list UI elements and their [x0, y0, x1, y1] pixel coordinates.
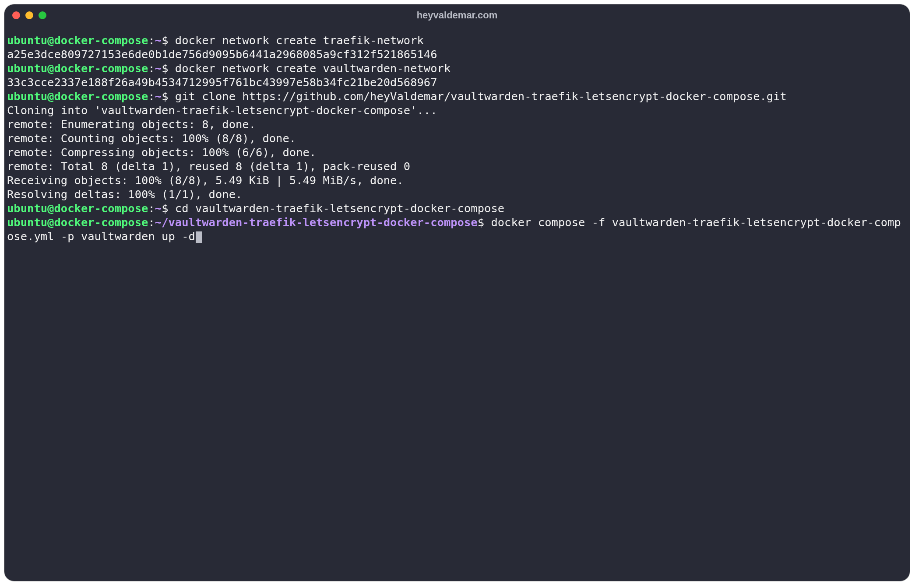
- terminal-window: heyvaldemar.com ubuntu@docker-compose:~$…: [4, 4, 910, 581]
- cmd-3: git clone https://github.com/heyValdemar…: [168, 90, 786, 103]
- output-1: a25e3dce809727153e6de0b1de756d9095b6441a…: [7, 48, 437, 61]
- window-controls: [12, 11, 46, 19]
- prompt-path: ~: [155, 34, 162, 47]
- prompt-dollar: $: [162, 62, 168, 75]
- prompt-dollar: $: [162, 90, 168, 103]
- window-title: heyvaldemar.com: [4, 10, 910, 21]
- prompt-path-deep: ~/vaultwarden-traefik-letsencrypt-docker…: [155, 216, 478, 229]
- prompt-path: ~: [155, 202, 162, 215]
- cmd-1: docker network create traefik-network: [168, 34, 423, 47]
- prompt-sep: :: [148, 62, 155, 75]
- prompt-sep: :: [148, 216, 155, 229]
- prompt-user: ubuntu@docker-compose: [7, 216, 148, 229]
- prompt-dollar: $: [162, 34, 168, 47]
- prompt-dollar: $: [162, 202, 168, 215]
- cursor-icon: [196, 231, 202, 243]
- titlebar: heyvaldemar.com: [4, 4, 910, 26]
- output-3b: remote: Enumerating objects: 8, done.: [7, 118, 256, 131]
- prompt-path: ~: [155, 90, 162, 103]
- output-3e: remote: Total 8 (delta 1), reused 8 (del…: [7, 160, 410, 173]
- output-2: 33c3cce2337e188f26a49b4534712995f761bc43…: [7, 76, 437, 89]
- prompt-user: ubuntu@docker-compose: [7, 62, 148, 75]
- terminal-body[interactable]: ubuntu@docker-compose:~$ docker network …: [4, 26, 910, 246]
- prompt-user: ubuntu@docker-compose: [7, 202, 148, 215]
- output-3f: Receiving objects: 100% (8/8), 5.49 KiB …: [7, 174, 404, 187]
- close-icon[interactable]: [12, 11, 20, 19]
- prompt-user: ubuntu@docker-compose: [7, 90, 148, 103]
- prompt-sep: :: [148, 202, 155, 215]
- cmd-2: docker network create vaultwarden-networ…: [168, 62, 450, 75]
- prompt-user: ubuntu@docker-compose: [7, 34, 148, 47]
- prompt-path: ~: [155, 62, 162, 75]
- output-3g: Resolving deltas: 100% (1/1), done.: [7, 188, 242, 201]
- prompt-dollar: $: [478, 216, 484, 229]
- zoom-icon[interactable]: [39, 11, 46, 19]
- prompt-sep: :: [148, 34, 155, 47]
- output-3c: remote: Counting objects: 100% (8/8), do…: [7, 132, 296, 145]
- output-3a: Cloning into 'vaultwarden-traefik-letsen…: [7, 104, 437, 117]
- minimize-icon[interactable]: [25, 11, 33, 19]
- cmd-4: cd vaultwarden-traefik-letsencrypt-docke…: [168, 202, 504, 215]
- prompt-sep: :: [148, 90, 155, 103]
- output-3d: remote: Compressing objects: 100% (6/6),…: [7, 146, 316, 159]
